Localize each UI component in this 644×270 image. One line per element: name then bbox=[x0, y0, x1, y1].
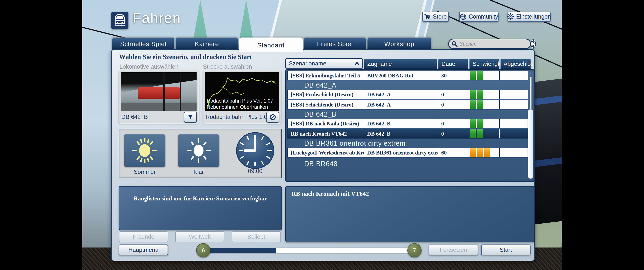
train-name-cell: DB 642_B bbox=[364, 129, 438, 138]
scenario-group-header[interactable]: DB 642_B bbox=[287, 110, 528, 119]
main-menu-button[interactable]: Hauptmenü bbox=[119, 244, 168, 255]
time-clock[interactable] bbox=[235, 132, 276, 169]
column-header-label: Abgeschlos bbox=[504, 61, 534, 67]
difficulty-bar bbox=[477, 119, 483, 128]
completed-cell bbox=[500, 100, 528, 109]
search-clear-button[interactable] bbox=[531, 40, 536, 48]
settings-button-label: Einstellungen bbox=[516, 13, 551, 20]
sun-white-icon bbox=[186, 138, 212, 164]
column-header-dauer[interactable]: Dauer bbox=[438, 59, 468, 69]
cart-icon bbox=[424, 14, 430, 20]
time-label: 09:00 bbox=[235, 168, 276, 175]
column-header-label: Schwierigke bbox=[472, 61, 504, 67]
season-label: Sommer bbox=[124, 169, 165, 175]
train-name-cell: DB 642_A bbox=[364, 90, 438, 99]
community-button-label: Community bbox=[469, 13, 498, 20]
panel-heading: Wählen Sie ein Szenario, und drücken Sie… bbox=[119, 53, 252, 61]
difficulty-bar bbox=[470, 148, 476, 157]
pager-knob-left[interactable]: 6 bbox=[196, 243, 210, 257]
completed-cell bbox=[500, 90, 528, 99]
pager-knob-value: 6 bbox=[202, 247, 205, 253]
column-header-zugname[interactable]: Zugname bbox=[364, 59, 437, 69]
scenario-row[interactable]: [SBS] Erkundungsfahrt Teil 5BRV200 DBAG … bbox=[287, 71, 528, 80]
difficulty-bar bbox=[477, 129, 483, 138]
tab-freies-spiel[interactable]: Freies Spiel bbox=[304, 38, 366, 50]
scenario-name-cell: [SBS] Frühschicht (Desiro) bbox=[288, 90, 364, 99]
difficulty-bar bbox=[470, 90, 476, 99]
difficulty-bar bbox=[484, 148, 490, 157]
column-header-szenarioname[interactable]: Szenarioname bbox=[285, 58, 363, 69]
column-header-label: Dauer bbox=[442, 61, 457, 67]
scenario-group-header[interactable]: DB BR361 orientrot dirty extrem bbox=[287, 139, 528, 148]
loco-picker-label: Lokomotive auswählen bbox=[120, 63, 178, 70]
duration-cell: 0 bbox=[438, 129, 469, 138]
column-header-label: Zugname bbox=[367, 61, 392, 67]
scenario-detail-panel: RB nach Kronach mit VT642 bbox=[285, 186, 535, 242]
scenario-name-cell: [SBS] Erkundungsfahrt Teil 5 bbox=[288, 71, 364, 80]
duration-cell: 30 bbox=[438, 71, 469, 80]
duration-cell: 0 bbox=[438, 100, 469, 109]
sun-yellow-icon bbox=[132, 138, 158, 164]
difficulty-bar bbox=[477, 100, 483, 109]
global-button-label: Weltweit bbox=[189, 233, 211, 240]
scenario-panel: Wählen Sie ein Szenario, und drücken Sie… bbox=[111, 49, 535, 261]
route-card[interactable]: Rodachtalbahn Plus Ver. 1.07 Nebenbahnen… bbox=[203, 70, 281, 124]
store-button[interactable]: Store bbox=[422, 12, 449, 22]
difficulty-bar bbox=[477, 71, 483, 80]
tab-label: Workshop bbox=[384, 40, 414, 48]
settings-button[interactable]: Einstellungen bbox=[508, 12, 550, 22]
scenario-pager-track[interactable] bbox=[205, 248, 414, 253]
difficulty-bar bbox=[470, 71, 476, 80]
difficulty-cell bbox=[469, 90, 500, 99]
popular-button[interactable]: Beliebt bbox=[232, 231, 281, 242]
train-simulator-drive-screen: Fahren Store Community Einstellungen Sch… bbox=[0, 0, 644, 270]
block-icon bbox=[270, 114, 276, 120]
route-block-button[interactable] bbox=[266, 112, 279, 123]
season-tile[interactable] bbox=[124, 134, 165, 167]
scenario-row[interactable]: [SBS] Schichtende (Desiro)DB 642_A0 bbox=[287, 100, 528, 109]
start-button[interactable]: Start bbox=[481, 244, 530, 255]
train-name-cell: BRV200 DBAG Rot bbox=[364, 71, 438, 80]
tab-standard[interactable]: Standard bbox=[239, 38, 303, 53]
community-button[interactable]: Community bbox=[459, 12, 498, 22]
scenario-name-cell: [SBS] Schichtende (Desiro) bbox=[288, 100, 364, 109]
pager-knob-value: 7 bbox=[413, 247, 416, 253]
scenario-row[interactable]: [SBS] Frühschicht (Desiro)DB 642_A0 bbox=[287, 90, 528, 99]
resume-button-label: Fortsetzen bbox=[440, 246, 467, 253]
column-header-label: Szenarioname bbox=[289, 60, 326, 67]
locomotive-card[interactable]: DB 642_B bbox=[119, 70, 199, 124]
tab-karriere[interactable]: Karriere bbox=[176, 38, 238, 50]
leaderboard-panel: Ranglisten sind nur für Karriere Szenari… bbox=[119, 186, 282, 230]
route-name: Rodachtalbahn Plus 1.06 bbox=[206, 114, 270, 120]
weather-tile[interactable] bbox=[178, 134, 219, 167]
conditions-box: Sommer Klar bbox=[119, 129, 282, 178]
route-map-caption: Rodachtalbahn Plus Ver. 1.07 Nebenbahnen… bbox=[207, 98, 273, 110]
completed-cell bbox=[500, 71, 528, 80]
search-input[interactable] bbox=[460, 40, 531, 47]
train-name-cell: DB 642_B bbox=[364, 119, 438, 128]
scenario-group-header[interactable]: DB 642_A bbox=[287, 81, 528, 90]
scenario-name-cell: [SBS] RB nach Naila (Desiro) bbox=[288, 119, 364, 128]
friends-button[interactable]: Freunde bbox=[119, 231, 168, 242]
difficulty-bar bbox=[477, 90, 483, 99]
tab-workshop[interactable]: Workshop bbox=[367, 38, 432, 50]
resume-button[interactable]: Fortsetzen bbox=[429, 244, 478, 255]
column-header-schwierigkeit[interactable]: Schwierigke bbox=[469, 59, 500, 69]
scrollbar-thumb[interactable] bbox=[528, 109, 533, 179]
scenario-list: [SBS] Erkundungsfahrt Teil 5BRV200 DBAG … bbox=[285, 69, 535, 182]
global-button[interactable]: Weltweit bbox=[175, 231, 224, 242]
scenario-row[interactable]: [Luckygod] Werksdienst ab KronachDB BR36… bbox=[287, 148, 528, 158]
scenario-row-selected[interactable]: RB nach Kronch VT642DB 642_B0 bbox=[287, 129, 528, 139]
difficulty-bar bbox=[470, 129, 476, 138]
duration-cell: 0 bbox=[438, 90, 469, 99]
column-header-abgeschlossen[interactable]: Abgeschlos bbox=[500, 59, 531, 69]
difficulty-bar bbox=[470, 100, 476, 109]
difficulty-cell bbox=[469, 129, 500, 138]
pager-knob-right[interactable]: 7 bbox=[407, 243, 422, 257]
weather-label: Klar bbox=[178, 169, 219, 175]
scenario-group-header[interactable]: DB BR648 bbox=[287, 159, 528, 168]
locomotive-filter-button[interactable] bbox=[184, 112, 197, 123]
scenario-row[interactable]: [SBS] RB nach Naila (Desiro)DB 642_B0 bbox=[287, 119, 528, 128]
completed-cell bbox=[500, 129, 528, 138]
tab-schnelles-spiel[interactable]: Schnelles Spiel bbox=[112, 38, 175, 50]
